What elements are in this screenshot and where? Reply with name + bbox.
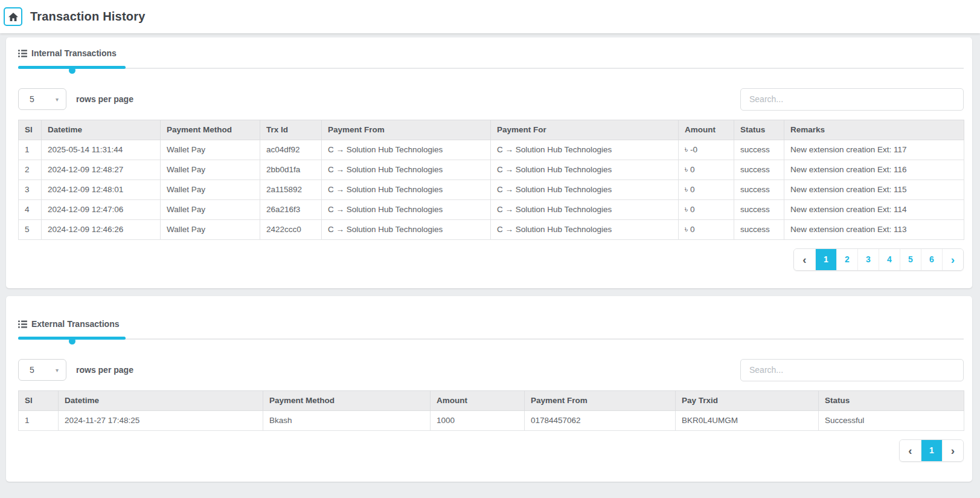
table-cell: New extension creation Ext: 115 bbox=[784, 179, 964, 199]
pagination-page-button[interactable]: 3 bbox=[857, 249, 879, 270]
home-icon bbox=[8, 13, 18, 21]
tab-underline bbox=[18, 337, 964, 345]
table-cell: New extension creation Ext: 114 bbox=[784, 199, 964, 219]
table-row: 52024-12-09 12:46:26Wallet Pay2422ccc0C … bbox=[19, 219, 964, 239]
table-row: 12024-11-27 17:48:25Bkash100001784457062… bbox=[19, 410, 964, 430]
table-cell: 1 bbox=[19, 410, 59, 430]
table-cell: success bbox=[734, 160, 784, 179]
internal-pagination-row: ‹123456› bbox=[6, 240, 972, 271]
search-input[interactable] bbox=[740, 88, 964, 111]
table-row: 32024-12-09 12:48:01Wallet Pay2a115892C … bbox=[19, 179, 964, 199]
tab-track bbox=[18, 338, 964, 340]
table-cell: ৳ 0 bbox=[679, 199, 734, 219]
table-cell: success bbox=[734, 140, 784, 160]
table-cell: C → Solution Hub Technologies bbox=[491, 179, 679, 199]
table-cell: Wallet Pay bbox=[161, 179, 260, 199]
external-table-wrap: SlDatetimePayment MethodAmountPayment Fr… bbox=[6, 390, 972, 431]
table-cell: Wallet Pay bbox=[161, 219, 260, 239]
table-row: 22024-12-09 12:48:27Wallet Pay2bb0d1faC … bbox=[19, 160, 964, 179]
list-icon bbox=[18, 320, 27, 328]
rows-per-page-select[interactable]: 5 ▾ bbox=[18, 359, 66, 381]
table-cell: 2024-12-09 12:47:06 bbox=[42, 199, 161, 219]
rows-per-page-value: 5 bbox=[30, 94, 34, 104]
column-header: Payment Method bbox=[161, 120, 260, 140]
column-header: Payment From bbox=[322, 120, 491, 140]
tab-indicator-dot bbox=[69, 67, 75, 74]
table-cell: 3 bbox=[19, 179, 42, 199]
search-input[interactable] bbox=[740, 359, 964, 381]
table-cell: C → Solution Hub Technologies bbox=[491, 219, 679, 239]
table-cell: 01784457062 bbox=[525, 410, 676, 430]
pagination-next-button[interactable]: › bbox=[942, 249, 963, 270]
internal-transactions-table: SlDatetimePayment MethodTrx IdPayment Fr… bbox=[18, 120, 964, 240]
table-cell: success bbox=[734, 199, 784, 219]
column-header: Payment Method bbox=[263, 390, 431, 410]
table-cell: ac04df92 bbox=[260, 140, 322, 160]
table-cell: 2024-12-09 12:48:27 bbox=[42, 160, 161, 179]
page-title: Transaction History bbox=[30, 10, 146, 24]
external-pagination: ‹1› bbox=[899, 439, 964, 462]
column-header: Amount bbox=[431, 390, 525, 410]
table-cell: 1 bbox=[19, 140, 42, 160]
tab-internal-transactions[interactable]: Internal Transactions bbox=[18, 48, 117, 58]
table-cell: success bbox=[734, 179, 784, 199]
column-header: Datetime bbox=[59, 390, 263, 410]
pagination-prev-button[interactable]: ‹ bbox=[900, 440, 921, 461]
table-header-row: SlDatetimePayment MethodAmountPayment Fr… bbox=[19, 390, 964, 410]
tab-track bbox=[18, 68, 964, 69]
table-cell: ৳ 0 bbox=[679, 219, 734, 239]
external-transactions-table: SlDatetimePayment MethodAmountPayment Fr… bbox=[18, 390, 964, 431]
table-row: 12025-05-14 11:31:44Wallet Payac04df92C … bbox=[19, 140, 964, 160]
chevron-down-icon: ▾ bbox=[56, 96, 59, 103]
external-tabs: External Transactions bbox=[6, 296, 972, 345]
pagination-page-button[interactable]: 4 bbox=[879, 249, 900, 270]
home-button[interactable] bbox=[4, 7, 22, 26]
table-cell: success bbox=[734, 219, 784, 239]
column-header: Status bbox=[734, 120, 784, 140]
rows-per-page-select[interactable]: 5 ▾ bbox=[18, 88, 66, 110]
table-cell: 4 bbox=[19, 199, 42, 219]
pagination-next-button[interactable]: › bbox=[942, 440, 963, 461]
internal-pagination: ‹123456› bbox=[793, 248, 964, 271]
tab-external-transactions[interactable]: External Transactions bbox=[18, 319, 120, 329]
table-cell: 2024-12-09 12:46:26 bbox=[42, 219, 161, 239]
table-cell: ৳ 0 bbox=[679, 160, 734, 179]
internal-tabs: Internal Transactions bbox=[6, 37, 972, 74]
tab-indicator-dot bbox=[69, 338, 75, 344]
table-cell: C → Solution Hub Technologies bbox=[322, 179, 491, 199]
internal-transactions-card: Internal Transactions 5 ▾ rows per page bbox=[6, 37, 972, 288]
table-cell: New extension creation Ext: 116 bbox=[784, 160, 964, 179]
rows-per-page-value: 5 bbox=[30, 365, 34, 375]
column-header: Trx Id bbox=[260, 120, 322, 140]
pagination-page-button[interactable]: 2 bbox=[836, 249, 857, 270]
column-header: Sl bbox=[19, 390, 59, 410]
table-cell: Successful bbox=[819, 410, 964, 430]
pagination-page-button[interactable]: 5 bbox=[900, 249, 921, 270]
table-cell: C → Solution Hub Technologies bbox=[322, 160, 491, 179]
internal-table-controls: 5 ▾ rows per page bbox=[6, 74, 972, 120]
table-cell: 2025-05-14 11:31:44 bbox=[42, 140, 161, 160]
pagination-prev-button[interactable]: ‹ bbox=[794, 249, 815, 270]
pagination-page-button[interactable]: 6 bbox=[921, 249, 942, 270]
table-cell: Wallet Pay bbox=[161, 140, 260, 160]
chevron-down-icon: ▾ bbox=[56, 367, 59, 373]
table-cell: 2422ccc0 bbox=[260, 219, 322, 239]
table-cell: C → Solution Hub Technologies bbox=[322, 219, 491, 239]
table-cell: ৳ -0 bbox=[679, 140, 734, 160]
table-cell: 2024-12-09 12:48:01 bbox=[42, 179, 161, 199]
table-cell: 26a216f3 bbox=[260, 199, 322, 219]
tab-label: External Transactions bbox=[31, 319, 120, 329]
table-cell: C → Solution Hub Technologies bbox=[491, 160, 679, 179]
table-cell: C → Solution Hub Technologies bbox=[322, 199, 491, 219]
column-header: Pay Trxid bbox=[676, 390, 819, 410]
table-cell: C → Solution Hub Technologies bbox=[491, 199, 679, 219]
pagination-page-button[interactable]: 1 bbox=[815, 249, 836, 270]
page-content: Internal Transactions 5 ▾ rows per page bbox=[0, 33, 980, 482]
column-header: Amount bbox=[679, 120, 734, 140]
table-cell: 2bb0d1fa bbox=[260, 160, 322, 179]
pagination-page-button[interactable]: 1 bbox=[921, 440, 942, 461]
external-pagination-row: ‹1› bbox=[6, 431, 972, 462]
table-cell: 5 bbox=[19, 219, 42, 239]
table-cell: 1000 bbox=[431, 410, 525, 430]
column-header: Status bbox=[819, 390, 964, 410]
